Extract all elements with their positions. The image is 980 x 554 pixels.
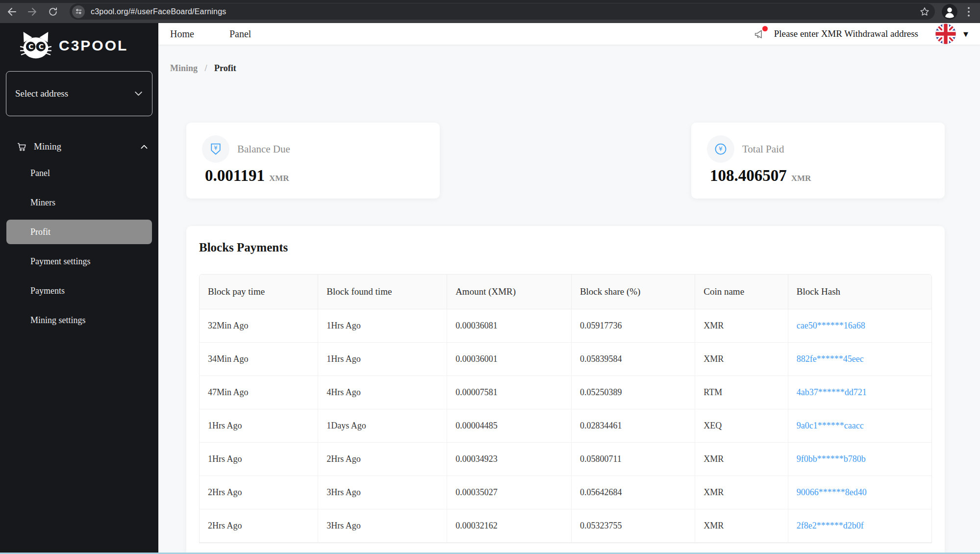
svg-text:¥: ¥ (719, 146, 723, 152)
c3pool-logo[interactable]: C C C3POOL (0, 23, 158, 60)
cell-share: 0.02834461 (571, 409, 695, 442)
cell-amount: 0.00035027 (447, 476, 572, 509)
nav-home[interactable]: Home (170, 28, 194, 40)
sidebar-item-label: Panel (30, 168, 50, 178)
blocks-payments-table: Block pay time Block found time Amount (… (200, 275, 931, 543)
cell-pay-time: 47Min Ago (200, 376, 318, 409)
cell-share: 0.05642684 (571, 476, 695, 509)
browser-menu-kebab-icon[interactable] (964, 6, 973, 17)
cell-found-time: 3Hrs Ago (318, 509, 447, 542)
browser-chrome: c3pool.org/#/userFaceBoard/Earnings (0, 0, 980, 23)
cell-share: 0.05839584 (571, 342, 695, 376)
forward-arrow-icon (26, 6, 38, 18)
url-text: c3pool.org/#/userFaceBoard/Earnings (91, 7, 226, 16)
notification-button[interactable] (754, 27, 768, 41)
sidebar-group-mining[interactable]: Mining (0, 135, 158, 158)
col-block-found-time: Block found time (318, 275, 447, 309)
browser-back-button[interactable] (5, 5, 19, 19)
cell-amount: 0.00004485 (447, 409, 572, 442)
col-amount: Amount (XMR) (447, 275, 572, 309)
cell-share: 0.05917736 (571, 309, 695, 342)
site-settings-button[interactable] (72, 5, 85, 18)
cell-amount: 0.00036001 (447, 342, 572, 376)
nav-panel[interactable]: Panel (229, 28, 251, 40)
balance-due-card: ¥ Balance Due 0.001191XMR (186, 123, 440, 199)
cell-coin: XMR (695, 442, 788, 476)
sidebar-item-miners[interactable]: Miners (0, 188, 158, 217)
language-caret-icon[interactable]: ▼ (963, 30, 968, 38)
cell-found-time: 2Hrs Ago (318, 442, 447, 476)
mining-cart-icon (17, 142, 27, 152)
table-header-row: Block pay time Block found time Amount (… (200, 275, 931, 309)
browser-reload-button[interactable] (46, 5, 60, 19)
block-hash-link[interactable]: 9a0c1******caacc (788, 409, 931, 442)
cell-pay-time: 1Hrs Ago (200, 442, 318, 476)
col-block-hash: Block Hash (788, 275, 931, 309)
cell-coin: XMR (695, 476, 788, 509)
cell-amount: 0.00007581 (447, 376, 572, 409)
breadcrumb-profit: Profit (214, 63, 236, 73)
cell-share: 0.05323755 (571, 509, 695, 542)
logo-wordmark: C3POOL (59, 37, 128, 54)
browser-forward-button[interactable] (25, 5, 39, 19)
sidebar-item-label: Payment settings (30, 256, 91, 267)
sidebar-group-label: Mining (34, 141, 61, 152)
total-paid-unit: XMR (791, 174, 811, 183)
cell-pay-time: 1Hrs Ago (200, 409, 318, 442)
cell-pay-time: 32Min Ago (200, 309, 318, 342)
balance-due-value: 0.001191 (205, 167, 265, 184)
sidebar-item-panel[interactable]: Panel (0, 158, 158, 188)
balance-icon-circle: ¥ (202, 135, 229, 163)
address-bar[interactable]: c3pool.org/#/userFaceBoard/Earnings (70, 3, 935, 20)
select-address-placeholder: Select address (15, 88, 68, 99)
table-row: 1Hrs Ago 1Days Ago 0.00004485 0.02834461… (200, 409, 931, 442)
total-paid-icon-circle: ¥ (707, 135, 734, 163)
table-row: 2Hrs Ago 3Hrs Ago 0.00035027 0.05642684 … (200, 476, 931, 509)
sidebar-item-profit[interactable]: Profit (6, 220, 152, 244)
chevron-up-icon (141, 145, 148, 149)
cell-found-time: 1Hrs Ago (318, 342, 447, 376)
cell-coin: RTM (695, 376, 788, 409)
sidebar-item-payment-settings[interactable]: Payment settings (0, 247, 158, 276)
cell-amount: 0.00036081 (447, 309, 572, 342)
cat-logo-icon: C C (20, 31, 52, 60)
back-arrow-icon (6, 6, 18, 18)
top-navbar: Home Panel Please enter XMR Withdrawal a… (158, 23, 980, 45)
cell-found-time: 1Hrs Ago (318, 309, 447, 342)
cell-share: 0.05250389 (571, 376, 695, 409)
site-settings-icon (75, 8, 82, 15)
blocks-payments-card: Blocks Payments Block pay time Block fou… (186, 226, 945, 554)
sidebar-item-label: Miners (30, 198, 55, 208)
bookmark-star-icon[interactable] (919, 6, 930, 17)
browser-profile-button[interactable] (942, 4, 957, 20)
chevron-down-icon (135, 91, 142, 96)
sidebar: C C C3POOL Select address Mining Panel M… (0, 23, 158, 554)
table-row: 34Min Ago 1Hrs Ago 0.00036001 0.05839584… (200, 342, 931, 376)
cell-coin: XEQ (695, 409, 788, 442)
sidebar-item-label: Profit (30, 227, 50, 237)
svg-text:C: C (39, 43, 44, 50)
breadcrumb: Mining / Profit (170, 63, 945, 74)
block-hash-link[interactable]: cae50******16a68 (788, 309, 931, 342)
block-hash-link[interactable]: 90066******8ed40 (788, 476, 931, 509)
avatar-icon (942, 4, 957, 20)
total-paid-card: ¥ Total Paid 108.406507XMR (691, 123, 945, 199)
language-selector[interactable] (935, 23, 956, 45)
cell-share: 0.05800711 (571, 442, 695, 476)
page-content: Mining / Profit ¥ Balance Due 0.001191XM… (158, 45, 980, 554)
sidebar-item-payments[interactable]: Payments (0, 276, 158, 305)
table-row: 1Hrs Ago 2Hrs Ago 0.00034923 0.05800711 … (200, 442, 931, 476)
select-address-dropdown[interactable]: Select address (6, 71, 152, 116)
col-coin-name: Coin name (695, 275, 788, 309)
notice-text[interactable]: Please enter XMR Withdrawal address (774, 28, 918, 39)
block-hash-link[interactable]: 2f8e2******d2b0f (788, 509, 931, 542)
total-paid-label: Total Paid (742, 143, 784, 155)
breadcrumb-mining[interactable]: Mining (170, 63, 198, 73)
sidebar-menu: Mining Panel Miners Profit Payment setti… (0, 135, 158, 335)
sidebar-item-mining-settings[interactable]: Mining settings (0, 305, 158, 335)
cell-coin: XMR (695, 509, 788, 542)
block-hash-link[interactable]: 882fe******45eec (788, 342, 931, 376)
block-hash-link[interactable]: 4ab37******dd721 (788, 376, 931, 409)
block-hash-link[interactable]: 9f0bb******b780b (788, 442, 931, 476)
yuan-circle-icon: ¥ (714, 142, 728, 156)
